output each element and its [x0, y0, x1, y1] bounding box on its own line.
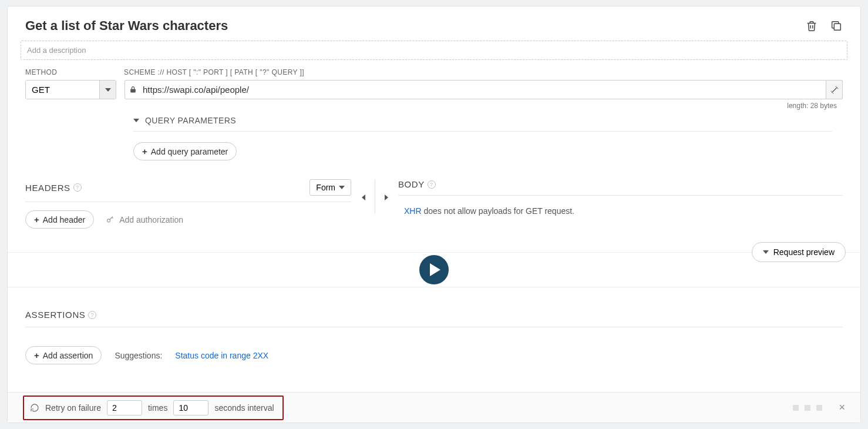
add-query-parameter-label: Add query parameter [151, 147, 228, 156]
url-length: length: 28 bytes [787, 102, 837, 110]
drag-handle-icon[interactable] [793, 405, 799, 411]
body-message: XHR does not allow payloads for GET requ… [398, 196, 843, 216]
url-label: SCHEME :// HOST [ ":" PORT ] [ PATH [ "?… [124, 68, 304, 76]
drag-handle-icon[interactable] [805, 405, 810, 411]
url-input[interactable] [140, 81, 826, 99]
svg-point-1 [107, 219, 110, 222]
body-title: BODY [398, 179, 425, 189]
retry-interval-input[interactable] [173, 400, 208, 415]
collapse-left-icon[interactable] [362, 192, 365, 200]
request-preview-label: Request preview [773, 247, 835, 257]
help-icon[interactable]: ? [73, 183, 82, 192]
magic-wand-icon[interactable] [826, 80, 843, 99]
query-params-title: QUERY PARAMETERS [145, 116, 236, 125]
add-query-parameter-button[interactable]: + Add query parameter [133, 142, 237, 160]
add-header-button[interactable]: + Add header [25, 210, 94, 229]
suggestion-status-2xx[interactable]: Status code in range 2XX [175, 351, 268, 360]
add-authorization-label: Add authorization [119, 215, 183, 224]
add-authorization-button[interactable]: Add authorization [106, 215, 183, 224]
caret-down-icon [133, 119, 139, 122]
suggestions-label: Suggestions: [115, 351, 162, 360]
copy-icon[interactable] [830, 19, 843, 32]
query-params-section-toggle[interactable]: QUERY PARAMETERS [133, 116, 832, 132]
retry-times-label: times [148, 403, 167, 413]
plus-icon: + [34, 350, 39, 360]
headers-title: HEADERS [25, 183, 70, 193]
retry-on-failure-group: Retry on failure times seconds interval [23, 396, 284, 420]
retry-icon[interactable] [30, 403, 39, 413]
retry-times-input[interactable] [107, 400, 142, 415]
plus-icon: + [142, 146, 147, 156]
help-icon[interactable]: ? [88, 311, 96, 319]
retry-label: Retry on failure [45, 403, 101, 413]
help-icon[interactable]: ? [428, 180, 436, 189]
drag-handle-icon[interactable] [816, 405, 822, 411]
add-assertion-button[interactable]: + Add assertion [25, 346, 102, 364]
send-request-button[interactable] [419, 255, 449, 284]
play-icon [430, 263, 440, 276]
plus-icon: + [34, 214, 39, 224]
key-icon [106, 215, 115, 224]
add-header-label: Add header [43, 215, 85, 224]
headers-view-dropdown[interactable]: Form [309, 179, 351, 196]
assertions-title: ASSERTIONS [25, 310, 85, 320]
description-input[interactable]: Add a description [21, 41, 847, 60]
add-assertion-label: Add assertion [43, 351, 93, 360]
lock-icon [125, 81, 140, 99]
method-select[interactable]: GET [25, 80, 116, 99]
request-preview-button[interactable]: Request preview [752, 242, 846, 262]
headers-view-value: Form [316, 183, 335, 192]
method-value: GET [26, 81, 99, 99]
collapse-right-icon[interactable] [385, 192, 388, 200]
caret-down-icon [763, 250, 769, 254]
chevron-down-icon[interactable] [99, 81, 116, 99]
retry-interval-label: seconds interval [214, 403, 274, 413]
xhr-link[interactable]: XHR [404, 206, 422, 216]
svg-rect-0 [834, 24, 840, 30]
delete-icon[interactable] [805, 19, 818, 32]
divider [375, 179, 375, 213]
request-title: Get a list of Star Wars characters [25, 18, 805, 33]
close-icon[interactable]: × [839, 401, 845, 414]
method-label: METHOD [25, 68, 124, 76]
caret-down-icon [339, 186, 345, 189]
